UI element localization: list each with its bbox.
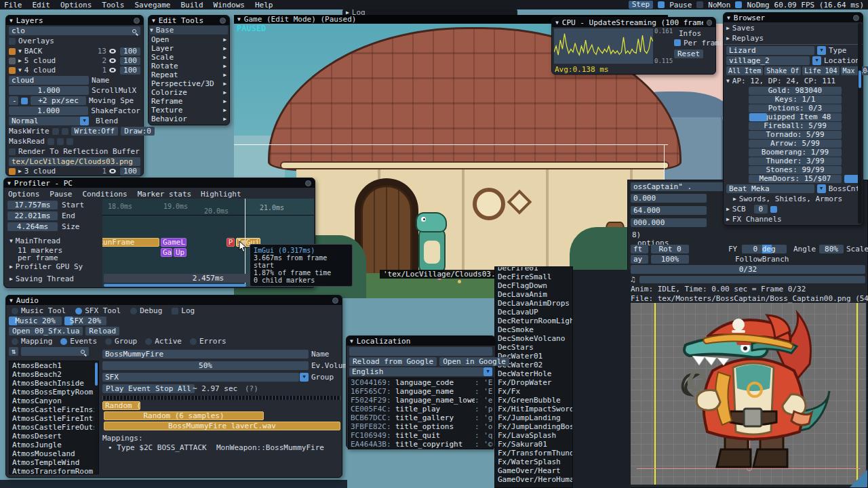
event-list-item[interactable]: AtmosTempleWind	[9, 458, 98, 467]
checkbox[interactable]	[172, 308, 178, 314]
draw0-button[interactable]: Draw:0	[121, 127, 155, 136]
layer-opacity-field[interactable]: 100	[120, 167, 140, 176]
audio-mode-radio[interactable]: Log	[172, 306, 195, 315]
sample-bar-random-small[interactable]: Random ()	[102, 401, 140, 410]
localization-row[interactable]: 3FBFE82C:title_options: 'o	[349, 422, 493, 431]
stat-slider[interactable]: Potions: 0/3	[749, 104, 842, 113]
highlight-menu-item[interactable]: Highlight	[201, 190, 241, 199]
bosscnt-combo-arrow-icon[interactable]: ▼	[817, 184, 826, 193]
per-frame-checkbox[interactable]	[674, 39, 681, 46]
collapse-caret-icon[interactable]: ▼	[555, 20, 559, 26]
layer-name-field[interactable]: cloud	[9, 76, 89, 85]
radio-button[interactable]	[12, 338, 18, 345]
profiler-titlebar[interactable]: ▼ Profiler - PC	[4, 178, 315, 188]
up-marker-bar[interactable]: Up	[174, 248, 186, 257]
resize-grip[interactable]	[850, 470, 867, 487]
dec-fx-list-item[interactable]: Fx/Fx	[495, 387, 572, 396]
stop-all-button[interactable]: Stop All	[152, 384, 195, 393]
audio-titlebar[interactable]: ▼ Audio	[6, 296, 342, 305]
dec-fx-list-item[interactable]: Fx/LavaSplash	[495, 431, 572, 440]
scb-node[interactable]: ▶ SCB 0	[726, 205, 860, 214]
reflection-checkbox[interactable]	[9, 148, 16, 155]
edit-tools-menu-item[interactable]: Colorize▶	[149, 88, 229, 97]
collapse-circle-button[interactable]	[707, 20, 712, 26]
swords-node[interactable]: ▶ Swords, Shields, Armors	[733, 195, 860, 203]
sort-button[interactable]: ⇅	[9, 347, 18, 356]
stat-slider[interactable]: Thunder: 3/99	[749, 157, 842, 165]
layer-row[interactable]: ▼BACK13100	[9, 47, 140, 56]
frame-progress[interactable]: 0/32	[631, 265, 865, 274]
dec-fx-list-item[interactable]: DecWaterHole	[495, 369, 572, 378]
event-list-item[interactable]: AtmosBeachInside	[9, 379, 98, 388]
dec-fx-list-item[interactable]: DecSmokeVolcano	[495, 334, 572, 343]
pause-checkbox[interactable]	[658, 1, 665, 8]
ay-field[interactable]: ay	[631, 255, 648, 264]
event-list-item[interactable]: AtmosBossEmptyRoom	[9, 388, 98, 396]
stat-slider[interactable]: Fireball: 5/99	[749, 122, 842, 130]
expand-caret-icon[interactable]: ▶	[9, 264, 13, 270]
tree-caret-icon[interactable]: ▶	[18, 168, 22, 174]
blend-dropdown[interactable]: Normal	[9, 117, 89, 125]
collapse-caret-icon[interactable]: ▼	[237, 16, 241, 22]
audio-mode-radio[interactable]: Music Tool	[12, 306, 66, 315]
menubar-item[interactable]: File	[4, 1, 22, 9]
profiler-stat-field[interactable]: 22.021ms	[7, 211, 58, 220]
edit-tools-menu-item[interactable]: Rotate▶	[149, 62, 229, 70]
reload-from-google-button[interactable]: Reload from Google	[349, 357, 437, 366]
localization-row[interactable]: EA464A3B:title_copyright: '©	[349, 440, 493, 449]
stat-slider[interactable]: Keys: 1/1	[749, 96, 842, 104]
edit-tools-menu-item[interactable]: Scale▶	[149, 53, 229, 62]
runframe-marker-bar[interactable]: RunFrame	[102, 238, 159, 247]
p-marker-bar[interactable]: P	[226, 238, 235, 247]
menubar-item[interactable]: Tools	[102, 1, 124, 9]
radio-button[interactable]	[60, 338, 67, 345]
collapse-caret-icon[interactable]: ▼	[150, 27, 153, 33]
dec-fx-list-item[interactable]: Fx/JumpLanding	[495, 413, 572, 422]
stat-slider[interactable]: Gold: 983040	[749, 87, 842, 95]
localization-row[interactable]: 16F565C7:language_name: 'E	[349, 387, 493, 396]
shakefactor-field[interactable]: 1.000	[9, 106, 88, 115]
localization-row[interactable]: BCB67DCC:title_gallery: 'g	[349, 413, 493, 422]
write-off-button[interactable]: Write:Off	[71, 127, 119, 136]
collapse-circle-button[interactable]	[853, 15, 859, 21]
radio-button[interactable]	[12, 308, 18, 314]
layer-name[interactable]: 4 cloud	[24, 66, 92, 75]
collapse-circle-button[interactable]	[332, 298, 338, 304]
event-list-item[interactable]: AtmosJungle	[9, 441, 98, 449]
scb-checkbox[interactable]	[770, 206, 777, 213]
browser-action-button[interactable]: All Item	[726, 66, 763, 75]
collapse-caret-icon[interactable]: ▼	[350, 338, 353, 344]
reload-button[interactable]: Reload	[85, 327, 119, 336]
timeline-hscrollbar[interactable]	[104, 284, 246, 287]
language-dropdown[interactable]: English	[349, 367, 492, 376]
localization-row[interactable]: CE005F4C:title_play: 'p	[349, 405, 493, 413]
texture-path-row[interactable]: tex/LocVillage/Clouds03.png	[9, 157, 140, 166]
layer-opacity-field[interactable]: 100	[120, 47, 140, 56]
collapse-circle-button[interactable]	[220, 18, 226, 24]
layer-color-swatch[interactable]	[9, 168, 16, 175]
menubar-item[interactable]: Help	[255, 1, 273, 9]
stat-slider[interactable]: Boomerang: 1/99	[749, 148, 842, 157]
localization-search-input[interactable]	[349, 347, 492, 356]
gameloop-marker-bar[interactable]: GameL	[161, 238, 186, 247]
radio-button[interactable]	[145, 338, 152, 345]
slider-grab[interactable]	[844, 175, 859, 183]
dec-fx-list-item[interactable]: Fx/JumpLandingBoss	[495, 422, 572, 431]
audio-filter-radio[interactable]: Errors	[190, 337, 226, 346]
dec-fx-list-item[interactable]: DecFire01	[495, 266, 572, 272]
collapse-caret-icon[interactable]: ▼	[9, 298, 13, 304]
type-combo-arrow-icon[interactable]: ▼	[817, 46, 826, 55]
visibility-eye-icon[interactable]	[109, 58, 116, 63]
event-list-item[interactable]: AtmosCastleFireOutside	[9, 423, 98, 432]
layer-name[interactable]: 5 cloud	[24, 56, 92, 65]
maskread-checkbox-1[interactable]	[47, 138, 54, 145]
dec-fx-list-item[interactable]: DecLavaAnim	[495, 290, 572, 299]
collapse-caret-icon[interactable]: ▼	[9, 18, 13, 24]
entity-y-field[interactable]: 64.000	[631, 206, 707, 215]
layer-name[interactable]: 3 cloud	[24, 167, 92, 176]
saving-thread-label[interactable]: Saving Thread	[16, 274, 74, 283]
menubar-item[interactable]: Savegame	[134, 1, 170, 9]
event-volume-slider[interactable]: 50%	[102, 361, 309, 370]
collapse-caret-icon[interactable]: ▼	[727, 15, 730, 21]
radio-button[interactable]	[130, 308, 137, 314]
